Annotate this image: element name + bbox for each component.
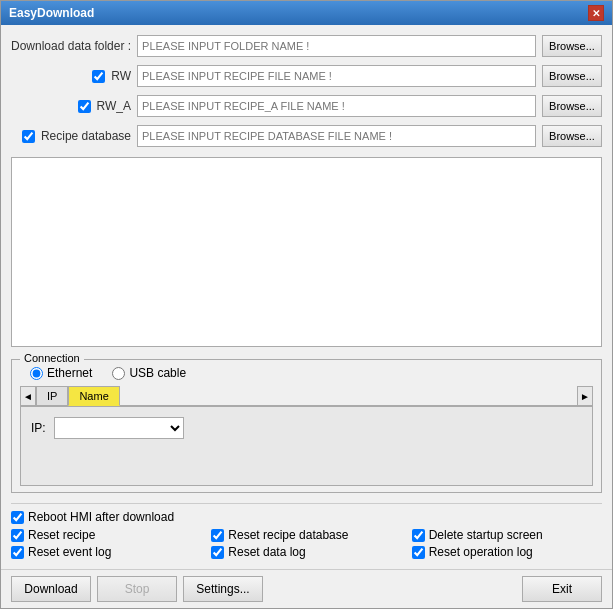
options-section: Reboot HMI after download Reset recipeRe… (11, 503, 602, 559)
title-bar: EasyDownload ✕ (1, 1, 612, 25)
rw-browse-button[interactable]: Browse... (542, 65, 602, 87)
option-item-1: Reset recipe database (211, 528, 401, 542)
option-checkbox-2[interactable] (412, 529, 425, 542)
tab-ip[interactable]: IP (36, 386, 68, 406)
rwa-checkbox[interactable] (78, 100, 91, 113)
tab-content: IP: (20, 406, 593, 486)
log-area (11, 157, 602, 347)
recipe-db-browse-button[interactable]: Browse... (542, 125, 602, 147)
ip-select[interactable] (54, 417, 184, 439)
rw-row: RW Browse... (11, 65, 602, 87)
download-button[interactable]: Download (11, 576, 91, 602)
option-checkbox-4[interactable] (211, 546, 224, 559)
recipe-db-label: Recipe database (41, 129, 131, 143)
reboot-checkbox[interactable] (11, 511, 24, 524)
folder-browse-button[interactable]: Browse... (542, 35, 602, 57)
window-title: EasyDownload (9, 6, 94, 20)
main-window: EasyDownload ✕ Download data folder : Br… (0, 0, 613, 609)
option-item-4: Reset data log (211, 545, 401, 559)
option-label-3: Reset event log (28, 545, 111, 559)
connection-radio-row: Ethernet USB cable (30, 366, 593, 380)
ip-row: IP: (31, 417, 582, 439)
option-label-4: Reset data log (228, 545, 305, 559)
option-checkbox-1[interactable] (211, 529, 224, 542)
option-item-5: Reset operation log (412, 545, 602, 559)
bottom-bar: Download Stop Settings... Exit (1, 569, 612, 608)
recipe-db-input[interactable] (137, 125, 536, 147)
usb-label: USB cable (129, 366, 186, 380)
recipe-db-checkbox[interactable] (22, 130, 35, 143)
usb-option[interactable]: USB cable (112, 366, 186, 380)
ip-label: IP: (31, 421, 46, 435)
folder-row: Download data folder : Browse... (11, 35, 602, 57)
ethernet-option[interactable]: Ethernet (30, 366, 92, 380)
folder-label: Download data folder : (11, 39, 131, 53)
settings-button[interactable]: Settings... (183, 576, 263, 602)
reboot-option: Reboot HMI after download (11, 510, 602, 524)
connection-legend: Connection (20, 352, 84, 364)
folder-input[interactable] (137, 35, 536, 57)
stop-button[interactable]: Stop (97, 576, 177, 602)
rw-label: RW (111, 69, 131, 83)
tab-name[interactable]: Name (68, 386, 119, 406)
tabs-container: ◄ IP Name ► (20, 386, 593, 406)
option-item-2: Delete startup screen (412, 528, 602, 542)
rwa-input[interactable] (137, 95, 536, 117)
rwa-label: RW_A (97, 99, 131, 113)
rw-input[interactable] (137, 65, 536, 87)
options-grid: Reset recipeReset recipe databaseDelete … (11, 528, 602, 559)
tab-scroll-left[interactable]: ◄ (20, 386, 36, 406)
close-button[interactable]: ✕ (588, 5, 604, 21)
option-item-0: Reset recipe (11, 528, 201, 542)
usb-radio[interactable] (112, 367, 125, 380)
option-checkbox-5[interactable] (412, 546, 425, 559)
ethernet-radio[interactable] (30, 367, 43, 380)
recipe-db-row: Recipe database Browse... (11, 125, 602, 147)
exit-button[interactable]: Exit (522, 576, 602, 602)
option-checkbox-3[interactable] (11, 546, 24, 559)
option-label-0: Reset recipe (28, 528, 95, 542)
rwa-browse-button[interactable]: Browse... (542, 95, 602, 117)
rw-checkbox[interactable] (92, 70, 105, 83)
reboot-label: Reboot HMI after download (28, 510, 174, 524)
connection-group: Connection Ethernet USB cable ◄ IP Na (11, 359, 602, 493)
option-label-2: Delete startup screen (429, 528, 543, 542)
tab-scroll-right[interactable]: ► (577, 386, 593, 406)
option-label-1: Reset recipe database (228, 528, 348, 542)
ethernet-label: Ethernet (47, 366, 92, 380)
option-checkbox-0[interactable] (11, 529, 24, 542)
option-item-3: Reset event log (11, 545, 201, 559)
rwa-row: RW_A Browse... (11, 95, 602, 117)
content-area: Download data folder : Browse... RW Brow… (1, 25, 612, 569)
option-label-5: Reset operation log (429, 545, 533, 559)
